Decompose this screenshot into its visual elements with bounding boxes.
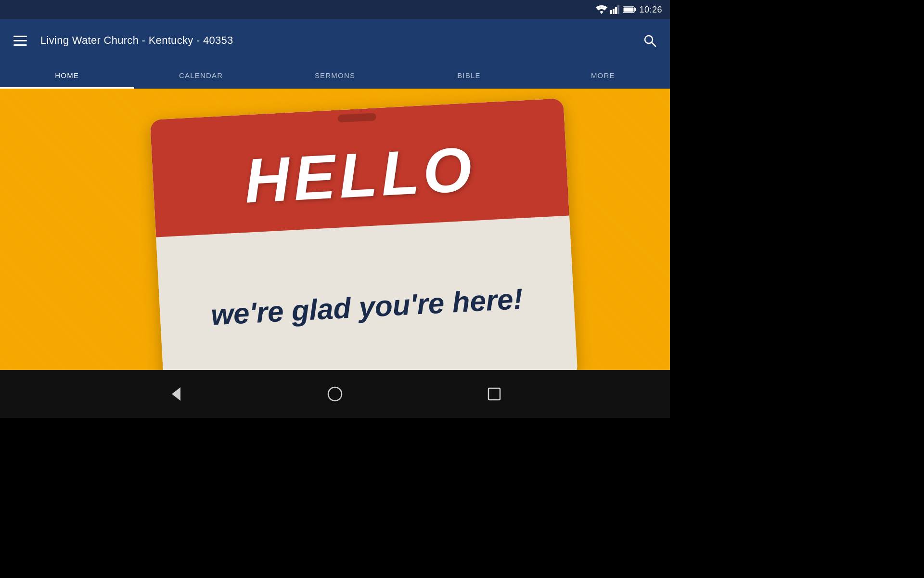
wifi-icon [596, 5, 607, 14]
name-tag-header: HELLO [150, 98, 569, 237]
signal-icon [610, 5, 620, 14]
tab-home[interactable]: HOME [0, 62, 134, 89]
tab-more[interactable]: MORE [536, 62, 670, 89]
name-tag-body: we're glad you're here! [156, 215, 578, 370]
hero-section: HELLO we're glad you're here! [0, 89, 670, 370]
svg-rect-0 [610, 10, 612, 14]
tab-calendar[interactable]: CALENDAR [134, 62, 268, 89]
recents-button[interactable] [479, 379, 510, 409]
status-bar: 10:26 [0, 0, 670, 19]
back-button[interactable] [160, 379, 191, 409]
name-tag-card: HELLO we're glad you're here! [150, 98, 578, 370]
app-title: Living Water Church - Kentucky - 40353 [40, 34, 629, 47]
svg-rect-1 [613, 9, 615, 14]
svg-marker-9 [172, 387, 180, 401]
svg-point-10 [328, 387, 342, 401]
svg-line-8 [652, 43, 656, 47]
svg-point-7 [645, 36, 653, 43]
menu-button[interactable] [10, 30, 31, 51]
tab-bible[interactable]: BIBLE [402, 62, 536, 89]
hello-text: HELLO [243, 138, 477, 212]
status-icons: 10:26 [596, 5, 662, 15]
glad-text: we're glad you're here! [210, 280, 524, 334]
home-button[interactable] [320, 379, 350, 409]
svg-rect-2 [615, 7, 617, 14]
battery-icon [623, 6, 636, 13]
bottom-nav-bar [0, 370, 670, 418]
app-bar: Living Water Church - Kentucky - 40353 [0, 19, 670, 62]
nav-tabs: HOME CALENDAR SERMONS BIBLE MORE [0, 62, 670, 89]
svg-rect-11 [488, 388, 500, 400]
tab-sermons[interactable]: SERMONS [268, 62, 402, 89]
svg-rect-5 [635, 8, 636, 11]
status-time: 10:26 [639, 5, 662, 15]
svg-rect-6 [624, 8, 634, 12]
svg-rect-3 [617, 5, 619, 14]
search-button[interactable] [639, 30, 660, 51]
